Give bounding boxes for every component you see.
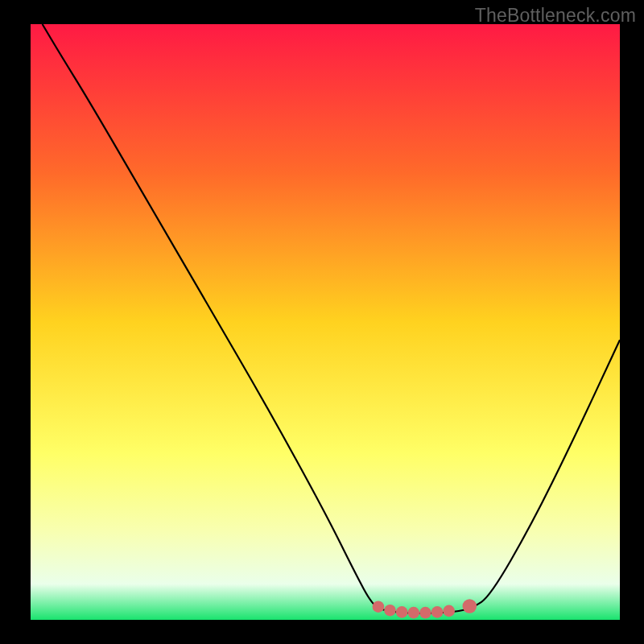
- chart-svg: [0, 0, 644, 644]
- marker-dot: [463, 599, 477, 613]
- plot-area: [31, 24, 620, 620]
- marker-dot: [431, 606, 444, 618]
- marker-dot: [419, 607, 431, 619]
- gradient-background: [31, 24, 620, 620]
- chart-frame: TheBottleneck.com: [0, 0, 644, 644]
- marker-dot: [396, 606, 408, 618]
- marker-dot: [384, 605, 396, 617]
- marker-dot: [443, 605, 455, 617]
- watermark-text: TheBottleneck.com: [475, 5, 636, 27]
- marker-dot: [408, 607, 420, 619]
- marker-dot: [373, 601, 385, 613]
